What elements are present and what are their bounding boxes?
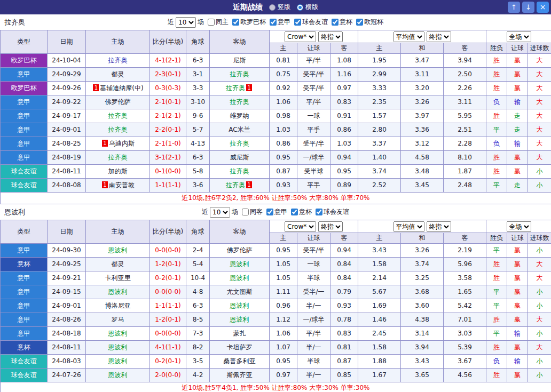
odds-source-select[interactable]: Crow* bbox=[285, 31, 316, 42]
league-checkbox[interactable] bbox=[291, 209, 298, 215]
column-subheader: 胜负 bbox=[486, 233, 507, 244]
league-checkbox[interactable] bbox=[356, 19, 363, 26]
away-team[interactable]: 威尼斯 bbox=[210, 151, 270, 165]
handicap-odds: 0.89 bbox=[330, 179, 358, 193]
league-checkbox[interactable] bbox=[316, 209, 322, 215]
home-team[interactable]: 佛罗伦萨 bbox=[86, 95, 150, 109]
away-team[interactable]: 斯佩齐亚 bbox=[210, 369, 270, 382]
league-checkbox[interactable] bbox=[232, 19, 239, 26]
away-team[interactable]: 桑普多利亚 bbox=[210, 355, 270, 369]
radio-unselected-icon bbox=[269, 4, 276, 11]
odds-source-select[interactable]: 平均值 bbox=[393, 221, 424, 232]
average-odds: 1.46 bbox=[358, 313, 401, 327]
average-odds: 3.43 bbox=[401, 355, 444, 369]
handicap-odds: 1.12 bbox=[270, 313, 297, 327]
handicap-odds: 1.03 bbox=[330, 137, 358, 151]
home-team[interactable]: 拉齐奥 bbox=[86, 123, 150, 137]
home-team[interactable]: 1乌迪内斯 bbox=[86, 137, 150, 151]
home-team[interactable]: 罗马 bbox=[86, 313, 150, 327]
away-team[interactable]: 尤文图斯 bbox=[210, 285, 270, 299]
home-team[interactable]: 1基辅迪纳摩(中) bbox=[86, 82, 150, 95]
result-flag: 输 bbox=[507, 95, 528, 109]
home-team[interactable]: 恩波利 bbox=[86, 327, 150, 341]
average-odds: 3.20 bbox=[401, 82, 444, 95]
home-team[interactable]: 都灵 bbox=[86, 68, 150, 82]
match-count-select[interactable]: 10 bbox=[176, 17, 196, 28]
red-card-badge: 1 bbox=[246, 84, 252, 91]
league-checkbox[interactable] bbox=[270, 19, 277, 26]
away-team[interactable]: 尼斯 bbox=[210, 54, 270, 68]
away-team[interactable]: 拉齐奥1 bbox=[210, 179, 270, 193]
away-team[interactable]: 恩波利 bbox=[210, 271, 270, 285]
league-filter-意杯[interactable]: 意杯 bbox=[287, 207, 312, 217]
league-filter-意杯[interactable]: 意杯 bbox=[328, 18, 352, 27]
handicap-odds: 1.16 bbox=[330, 68, 358, 82]
odds-source-select[interactable]: 全场 bbox=[507, 31, 531, 42]
odds-source-select[interactable]: 终指 bbox=[318, 221, 343, 232]
home-team[interactable]: 卡利亚里 bbox=[86, 271, 150, 285]
league-checkbox[interactable] bbox=[294, 19, 301, 26]
odds-source-select[interactable]: 平均值 bbox=[393, 31, 424, 42]
league-filter-球会友谊[interactable]: 球会友谊 bbox=[312, 207, 349, 217]
home-team[interactable]: 拉齐奥 bbox=[86, 54, 150, 68]
league-filter-意甲[interactable]: 意甲 bbox=[263, 207, 287, 217]
away-team[interactable]: AC米兰 bbox=[210, 123, 270, 137]
league-checkbox[interactable] bbox=[332, 19, 339, 26]
away-team[interactable]: 卡坦萨罗 bbox=[210, 341, 270, 355]
away-team[interactable]: 恩波利 bbox=[210, 299, 270, 313]
handicap-odds: 0.95 bbox=[270, 151, 297, 165]
league-filter-欧冠杯[interactable]: 欧冠杯 bbox=[352, 18, 383, 27]
handicap-odds: 半/一 bbox=[297, 369, 330, 382]
same-venue-filter[interactable]: 同主 bbox=[204, 18, 229, 27]
away-team[interactable]: 拉齐奥 bbox=[210, 95, 270, 109]
away-team[interactable]: 拉齐奥 bbox=[210, 68, 270, 82]
layout-radio-horizontal[interactable]: 横版 bbox=[297, 3, 318, 12]
home-team[interactable]: 1南安普敦 bbox=[86, 179, 150, 193]
odds-source-select[interactable]: 终指 bbox=[318, 31, 343, 42]
home-team[interactable]: 恩波利 bbox=[86, 244, 150, 258]
match-count-select[interactable]: 10 bbox=[210, 207, 230, 218]
home-team[interactable]: 恩波利 bbox=[86, 369, 150, 382]
same-venue-checkbox[interactable] bbox=[242, 209, 249, 215]
league-checkbox[interactable] bbox=[266, 209, 273, 215]
away-team[interactable]: 拉齐奥1 bbox=[210, 82, 270, 95]
away-team[interactable]: 恩波利 bbox=[210, 313, 270, 327]
home-team[interactable]: 恩波利 bbox=[86, 341, 150, 355]
handicap-odds: 0.85 bbox=[330, 369, 358, 382]
result-flag: 胜 bbox=[486, 68, 507, 82]
result-flag: 小 bbox=[528, 285, 551, 299]
home-team[interactable]: 博洛尼亚 bbox=[86, 299, 150, 313]
odds-source-select[interactable]: 终指 bbox=[427, 221, 451, 232]
match-row: 意甲24-08-18恩波利0-0(0-0)7-3蒙扎1.06平/半0.832.4… bbox=[1, 327, 551, 341]
odds-source-select[interactable]: 终指 bbox=[427, 31, 451, 42]
away-team[interactable]: 佛罗伦萨 bbox=[210, 244, 270, 258]
home-team[interactable]: 拉齐奥 bbox=[86, 151, 150, 165]
match-date: 24-09-25 bbox=[48, 258, 86, 271]
same-venue-filter[interactable]: 同客 bbox=[238, 207, 263, 217]
score: 1-2(0-1) bbox=[150, 313, 186, 327]
same-venue-checkbox[interactable] bbox=[208, 19, 215, 26]
scroll-up-button[interactable]: ↑ bbox=[508, 2, 520, 13]
result-flag: 胜 bbox=[486, 82, 507, 95]
home-team[interactable]: 都灵 bbox=[86, 258, 150, 271]
odds-source-select[interactable]: 全场 bbox=[507, 221, 531, 232]
layout-radio-vertical[interactable]: 竖版 bbox=[269, 3, 290, 12]
handicap-odds: 半/一 bbox=[297, 299, 330, 313]
league-filter-欧罗巴杯[interactable]: 欧罗巴杯 bbox=[229, 18, 266, 27]
away-team[interactable]: 维罗纳 bbox=[210, 109, 270, 123]
home-team[interactable]: 拉齐奥 bbox=[86, 109, 150, 123]
league-filter-意甲[interactable]: 意甲 bbox=[266, 18, 290, 27]
result-flag: 大 bbox=[528, 137, 551, 151]
column-header: 主场 bbox=[86, 220, 150, 244]
scroll-down-button[interactable]: ↓ bbox=[522, 2, 534, 13]
league-filter-球会友谊[interactable]: 球会友谊 bbox=[290, 18, 328, 27]
home-team[interactable]: 恩波利 bbox=[86, 355, 150, 369]
odds-source-select[interactable]: Crow* bbox=[285, 221, 316, 232]
home-team[interactable]: 加的斯 bbox=[86, 165, 150, 179]
away-team[interactable]: 拉齐奥 bbox=[210, 165, 270, 179]
close-button[interactable]: × bbox=[537, 2, 549, 13]
home-team[interactable]: 恩波利 bbox=[86, 285, 150, 299]
away-team[interactable]: 恩波利 bbox=[210, 258, 270, 271]
away-team[interactable]: 蒙扎 bbox=[210, 327, 270, 341]
away-team[interactable]: 拉齐奥 bbox=[210, 137, 270, 151]
